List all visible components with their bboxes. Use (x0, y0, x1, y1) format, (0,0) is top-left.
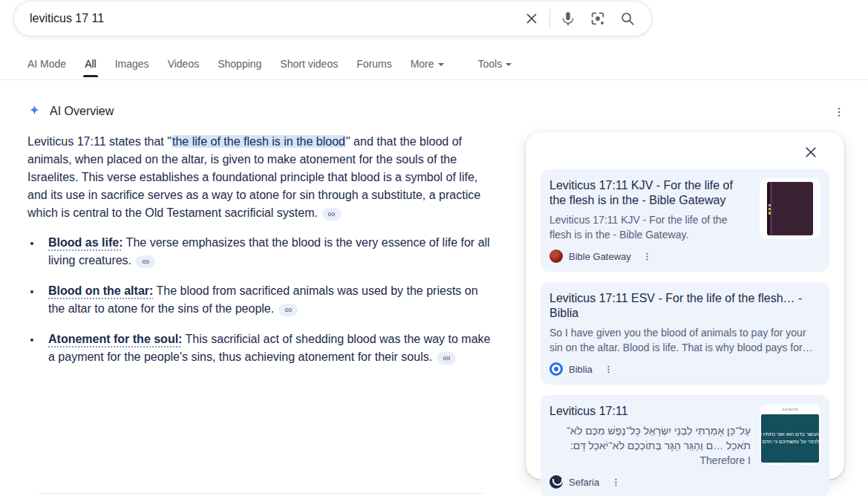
link-icon (327, 210, 336, 218)
tabs-divider (0, 79, 868, 80)
card-snippet: Leviticus 17:11 KJV - For the life of th… (549, 212, 751, 242)
citation-card-sefaria[interactable]: Leviticus 17:11 עַל־כֵּן אָמַרְתִּי לִבְ… (541, 395, 829, 496)
kebab-menu-icon (642, 252, 652, 261)
clear-search-button[interactable] (517, 4, 546, 33)
chevron-down-icon (438, 63, 444, 66)
highlighted-phrase[interactable]: the life of the flesh is in the blood (172, 135, 346, 148)
ai-sparkle-icon (27, 104, 42, 118)
voice-search-button[interactable] (553, 4, 583, 33)
card-menu-button[interactable] (603, 363, 615, 375)
source-link-chip[interactable] (278, 304, 298, 316)
card-menu-button[interactable] (642, 250, 653, 262)
ai-overview-header: AI Overview (27, 104, 114, 118)
kebab-menu-icon (611, 477, 621, 487)
sefaria-favicon (549, 475, 563, 489)
ai-overview-bullets: Blood as life: The verse emphasizes that… (27, 234, 497, 366)
kebab-menu-icon (604, 365, 613, 374)
card-snippet-hebrew: עַל־כֵּן אָמַרְתִּי לִבְנֵי יִשְׂרָאֵל כ… (549, 423, 751, 468)
ai-overview-body: Leviticus 17:11 states that "the life of… (27, 133, 497, 379)
card-title[interactable]: Leviticus 17:11 (549, 404, 751, 419)
bullet-term[interactable]: Blood on the altar: (48, 284, 153, 297)
close-panel-button[interactable] (802, 143, 820, 161)
search-icon (619, 10, 636, 27)
close-icon (803, 145, 818, 160)
source-link-chip[interactable] (136, 255, 155, 268)
card-thumbnail-sefaria[interactable]: sefaria הבשר בדם הוא ואני נתתיו לכם לכפר… (760, 404, 820, 465)
card-thumbnail-book[interactable] (760, 178, 820, 239)
source-link-chip[interactable] (322, 208, 342, 221)
link-icon (142, 258, 150, 266)
search-input[interactable] (14, 12, 517, 25)
tab-ai-mode[interactable]: AI Mode (27, 52, 66, 80)
tab-forums[interactable]: Forums (356, 52, 391, 80)
tab-tools[interactable]: Tools (478, 52, 512, 80)
tab-short-videos[interactable]: Short videos (280, 52, 338, 80)
section-divider (39, 493, 483, 494)
bullet-blood-on-altar: Blood on the altar: The blood from sacri… (42, 282, 497, 318)
kebab-menu-icon (833, 106, 845, 118)
source-name: Biblia (569, 364, 593, 375)
tab-images[interactable]: Images (115, 52, 149, 80)
bullet-term[interactable]: Blood as life: (48, 236, 123, 249)
biblia-favicon (549, 362, 563, 376)
bullet-atonement: Atonement for the soul: This sacrificial… (42, 330, 497, 366)
citations-panel: Leviticus 17:11 KJV - For the life of th… (526, 132, 844, 479)
result-tabs: AI Mode All Images Videos Shopping Short… (27, 52, 530, 80)
sefaria-logo: sefaria (782, 407, 798, 411)
card-title[interactable]: Leviticus 17:11 ESV - For the life of th… (549, 291, 820, 321)
link-icon (443, 354, 451, 362)
card-title[interactable]: Leviticus 17:11 KJV - For the life of th… (549, 178, 751, 208)
citation-card-bible-gateway[interactable]: Leviticus 17:11 KJV - For the life of th… (541, 169, 829, 272)
close-icon (523, 10, 540, 27)
tab-shopping[interactable]: Shopping (218, 52, 261, 80)
tab-videos[interactable]: Videos (168, 52, 200, 80)
card-snippet: So I have given you the blood of animals… (549, 325, 820, 355)
source-link-chip[interactable] (437, 352, 456, 365)
source-name: Bible Gateway (569, 251, 631, 262)
link-icon (284, 306, 293, 314)
bullet-blood-as-life: Blood as life: The verse emphasizes that… (42, 234, 497, 270)
chevron-down-icon (506, 63, 512, 66)
search-divider (549, 9, 550, 28)
search-bar[interactable] (13, 1, 652, 36)
bible-gateway-favicon (549, 249, 563, 263)
book-cover-image (767, 182, 813, 235)
microphone-icon (560, 10, 576, 27)
bullet-term[interactable]: Atonement for the soul: (48, 333, 182, 345)
citation-card-biblia[interactable]: Leviticus 17:11 ESV - For the life of th… (541, 282, 829, 385)
source-name: Sefaria (569, 477, 599, 488)
ai-overview-paragraph: Leviticus 17:11 states that "the life of… (27, 133, 497, 222)
card-menu-button[interactable] (610, 476, 621, 488)
search-submit-button[interactable] (613, 4, 642, 33)
tab-all[interactable]: All (85, 52, 97, 80)
lens-search-button[interactable] (583, 4, 613, 33)
ai-overview-menu-button[interactable] (832, 105, 846, 120)
google-lens-icon (590, 10, 606, 27)
ai-overview-title: AI Overview (50, 105, 114, 118)
citation-cards: Leviticus 17:11 KJV - For the life of th… (541, 169, 829, 496)
sefaria-verse-image: הבשר בדם הוא ואני נתתיו לכם לכפר על נפשת… (761, 414, 819, 463)
tab-more[interactable]: More (411, 52, 444, 80)
